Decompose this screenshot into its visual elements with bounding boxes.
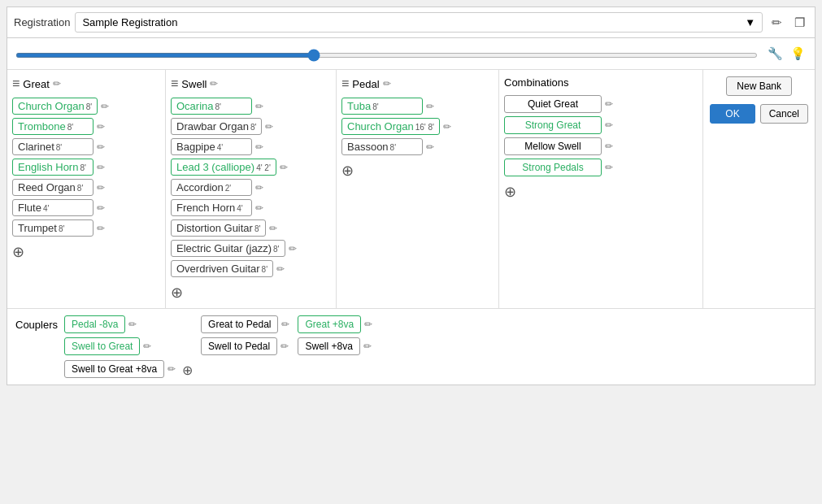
swell-stop-list: Ocarina8' ✏ Drawbar Organ8' ✏ Bagpipe4' … <box>171 98 331 302</box>
coupler-item: Great +8va ✏ <box>298 315 372 333</box>
stop-pedal-church-organ-edit[interactable]: ✏ <box>443 121 451 133</box>
stop-ocarina-edit[interactable]: ✏ <box>255 101 263 112</box>
stop-lead3[interactable]: Lead 3 (calliope)4' 2' <box>171 159 276 176</box>
pedal-edit-icon[interactable]: ✏ <box>383 78 391 89</box>
stop-bassoon[interactable]: Bassoon8' <box>341 138 423 155</box>
stop-clarinet[interactable]: Clarinet8' <box>12 138 94 155</box>
stop-french-horn-edit[interactable]: ✏ <box>255 202 263 214</box>
comb-quiet-great[interactable]: Quiet Great <box>504 95 602 113</box>
stop-row: French Horn4' ✏ <box>171 199 331 216</box>
combinations-title: Combinations <box>504 76 698 89</box>
stop-row: Drawbar Organ8' ✏ <box>171 118 331 135</box>
swell-edit-icon[interactable]: ✏ <box>210 78 218 89</box>
great-stop-list: Church Organ8' ✏ Trombone8' ✏ Clarinet8'… <box>12 98 160 261</box>
stop-row: Bagpipe4' ✏ <box>171 138 331 155</box>
new-bank-button[interactable]: New Bank <box>726 76 792 96</box>
combinations-section: Combinations Quiet Great ✏ Strong Great … <box>499 70 703 308</box>
cancel-button[interactable]: Cancel <box>760 104 808 124</box>
stop-row: Flute4' ✏ <box>12 199 160 216</box>
wrench-icon[interactable]: 🔧 <box>766 45 784 63</box>
couplers-add-button[interactable]: ⊕ <box>182 363 193 378</box>
ok-button[interactable]: OK <box>710 104 755 124</box>
comb-strong-pedals[interactable]: Strong Pedals <box>504 159 602 176</box>
stop-row: Clarinet8' ✏ <box>12 138 160 155</box>
volume-slider[interactable] <box>15 53 758 58</box>
coupler-great-to-pedal-edit[interactable]: ✏ <box>281 319 289 330</box>
stop-clarinet-edit[interactable]: ✏ <box>97 141 105 153</box>
swell-menu-icon[interactable]: ≡ <box>171 76 178 91</box>
bulb-icon[interactable]: 💡 <box>789 45 807 63</box>
coupler-great-to-pedal[interactable]: Great to Pedal <box>201 315 278 333</box>
coupler-swell-8va[interactable]: Swell +8va <box>298 337 359 355</box>
stop-distortion-guitar[interactable]: Distortion Guitar8' <box>171 219 266 237</box>
stop-flute-edit[interactable]: ✏ <box>97 202 105 214</box>
stop-row: Church Organ8' ✏ <box>12 98 160 115</box>
stop-distortion-guitar-edit[interactable]: ✏ <box>269 223 277 234</box>
swell-section: ≡ Swell ✏ Ocarina8' ✏ Drawbar Organ8' ✏ … <box>166 70 337 308</box>
great-add-button[interactable]: ⊕ <box>12 243 160 261</box>
coupler-pedal-8va[interactable]: Pedal -8va <box>64 315 125 333</box>
copy-icon[interactable]: ❐ <box>790 14 808 32</box>
coupler-great-8va-edit[interactable]: ✏ <box>364 319 372 330</box>
stop-bagpipe[interactable]: Bagpipe4' <box>171 138 252 155</box>
coupler-great-8va[interactable]: Great +8va <box>298 315 361 333</box>
stop-english-horn[interactable]: English Horn8' <box>12 159 94 176</box>
chevron-down-icon: ▼ <box>745 16 755 28</box>
stop-accordion-edit[interactable]: ✏ <box>255 182 263 193</box>
comb-strong-pedals-edit[interactable]: ✏ <box>605 162 613 173</box>
coupler-swell-to-pedal[interactable]: Swell to Pedal <box>201 337 277 355</box>
stop-reed-organ-edit[interactable]: ✏ <box>97 182 105 193</box>
pedal-section: ≡ Pedal ✏ Tuba8' ✏ Church Organ16' 8' ✏ … <box>337 70 499 308</box>
stop-overdriven-guitar-edit[interactable]: ✏ <box>276 263 285 275</box>
stop-electric-guitar-edit[interactable]: ✏ <box>289 243 297 254</box>
comb-mellow-swell[interactable]: Mellow Swell <box>504 137 602 155</box>
stop-tuba[interactable]: Tuba8' <box>341 98 423 115</box>
registration-value: Sample Registration <box>82 16 177 28</box>
stop-bassoon-edit[interactable]: ✏ <box>426 141 434 153</box>
stop-church-organ[interactable]: Church Organ8' <box>12 98 98 115</box>
comb-quiet-great-edit[interactable]: ✏ <box>605 98 613 110</box>
stop-row: Ocarina8' ✏ <box>171 98 331 115</box>
stop-overdriven-guitar[interactable]: Overdriven Guitar8' <box>171 260 273 277</box>
pedal-menu-icon[interactable]: ≡ <box>341 76 349 91</box>
registration-select[interactable]: Sample Registration ▼ <box>75 12 763 33</box>
coupler-pedal-8va-edit[interactable]: ✏ <box>128 319 137 330</box>
stop-pedal-church-organ[interactable]: Church Organ16' 8' <box>341 118 440 135</box>
registration-label: Registration <box>14 16 70 28</box>
stop-tuba-edit[interactable]: ✏ <box>426 101 434 112</box>
stop-row: Overdriven Guitar8' ✏ <box>171 260 331 277</box>
combinations-add-button[interactable]: ⊕ <box>504 183 698 201</box>
coupler-swell-to-great-edit[interactable]: ✏ <box>143 341 151 352</box>
coupler-swell-8va-edit[interactable]: ✏ <box>363 341 372 352</box>
stop-trumpet[interactable]: Trumpet8' <box>12 219 94 237</box>
coupler-swell-to-great-8va-edit[interactable]: ✏ <box>167 363 176 375</box>
stop-flute[interactable]: Flute4' <box>12 199 94 216</box>
comb-mellow-swell-edit[interactable]: ✏ <box>605 141 613 152</box>
coupler-swell-to-great[interactable]: Swell to Great <box>64 337 140 355</box>
stop-ocarina[interactable]: Ocarina8' <box>171 98 252 115</box>
stop-english-horn-edit[interactable]: ✏ <box>97 162 105 173</box>
stop-trombone[interactable]: Trombone8' <box>12 118 94 135</box>
stop-trumpet-edit[interactable]: ✏ <box>97 223 105 234</box>
stop-electric-guitar[interactable]: Electric Guitar (jazz)8' <box>171 240 285 257</box>
swell-add-button[interactable]: ⊕ <box>171 284 331 302</box>
comb-strong-great[interactable]: Strong Great <box>504 116 602 134</box>
stop-drawbar-organ[interactable]: Drawbar Organ8' <box>171 118 262 135</box>
edit-icon[interactable]: ✏ <box>768 14 785 32</box>
stop-french-horn[interactable]: French Horn4' <box>171 199 252 216</box>
great-menu-icon[interactable]: ≡ <box>12 76 20 91</box>
coupler-swell-to-pedal-edit[interactable]: ✏ <box>281 341 289 352</box>
stop-row: Lead 3 (calliope)4' 2' ✏ <box>171 159 331 176</box>
stop-row: Tuba8' ✏ <box>341 98 494 115</box>
stop-church-organ-edit[interactable]: ✏ <box>101 101 109 112</box>
stop-lead3-edit[interactable]: ✏ <box>280 162 288 173</box>
stop-drawbar-organ-edit[interactable]: ✏ <box>265 121 273 133</box>
great-edit-icon[interactable]: ✏ <box>53 78 61 89</box>
comb-strong-great-edit[interactable]: ✏ <box>605 119 613 131</box>
stop-accordion[interactable]: Accordion2' <box>171 179 252 196</box>
stop-reed-organ[interactable]: Reed Organ8' <box>12 179 94 196</box>
stop-trombone-edit[interactable]: ✏ <box>97 121 105 133</box>
coupler-swell-to-great-8va[interactable]: Swell to Great +8va <box>64 360 164 378</box>
stop-bagpipe-edit[interactable]: ✏ <box>255 141 263 153</box>
pedal-add-button[interactable]: ⊕ <box>341 162 494 180</box>
